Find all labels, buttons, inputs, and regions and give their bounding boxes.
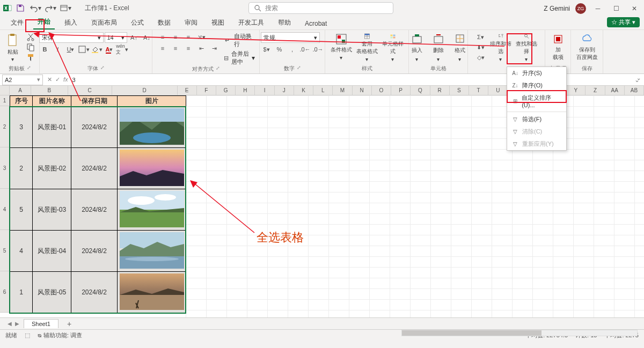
titlebar: ▾ ▾ ▾ 工作簿1 - Excel 搜索 Z Gemini ZG ─ ☐ ✕ [0,0,644,16]
qat-customize-icon[interactable]: ▾ [59,2,72,14]
font-group-label: 字体 [87,65,98,72]
svg-rect-3 [61,5,67,11]
menubar: 文件 开始 插入 页面布局 公式 数据 审阅 视图 开发工具 帮助 Acroba… [0,16,644,30]
svg-rect-36 [556,37,560,41]
close-button[interactable]: ✕ [628,2,641,15]
share-button[interactable]: ☆ 共享 ▾ [607,17,640,27]
search-input[interactable]: 搜索 [248,2,393,14]
clear-filter-icon: ▽ [511,128,519,136]
svg-marker-60 [190,180,197,188]
addins-button[interactable]: 加 载项 [546,32,570,63]
tab-acrobat[interactable]: Acrobat [301,18,331,29]
landscape-thumbnail [120,273,184,310]
svg-line-34 [527,37,529,39]
custom-sort-item[interactable]: ⊞自定义排序(U)... [507,92,566,110]
svg-line-57 [51,35,80,101]
select-all-corner[interactable] [0,86,10,95]
tab-review[interactable]: 审阅 [180,16,202,29]
annotation-arrow [32,30,515,51]
tab-insert[interactable]: 插入 [60,16,82,29]
next-sheet-icon[interactable]: ▶ [15,321,19,327]
clear-filter-item: ▽清除(C) [507,125,566,138]
header-image[interactable]: 图片 [118,96,186,107]
sort-asc-icon: A↓ [511,70,519,77]
svg-marker-56 [33,32,40,38]
macro-record-icon[interactable]: ⬚ [25,332,30,339]
tab-formulas[interactable]: 公式 [127,16,148,29]
sort-asc-item[interactable]: A↓升序(S) [507,67,566,79]
table-row: 2 风景图-02 2024/8/2 [10,148,186,189]
svg-line-59 [194,183,254,233]
number-launcher-icon[interactable]: ⤢ [297,65,301,72]
svg-point-39 [133,132,171,143]
user-avatar[interactable]: ZG [575,3,586,14]
accessibility-status[interactable]: ᴓ 辅助功能: 调查 [38,331,82,339]
svg-point-45 [155,194,176,201]
name-box[interactable]: A2▾ [2,75,43,85]
svg-rect-1 [9,5,11,11]
undo-icon[interactable]: ▾ [29,2,42,14]
horizontal-scrollbar[interactable] [401,330,638,336]
paste-button[interactable]: 粘贴▾ [3,32,23,63]
tab-view[interactable]: 视图 [207,16,229,29]
svg-rect-8 [10,34,14,36]
svg-line-6 [259,9,261,11]
sort-desc-item[interactable]: Z↓降序(O) [507,79,566,92]
tab-page-layout[interactable]: 页面布局 [87,16,121,29]
clipboard-group-label: 剪贴板 [9,65,25,72]
styles-group-label: 样式 [362,65,372,72]
svg-line-55 [38,34,504,46]
row-headers[interactable]: 1 2 3 4 5 6 [0,95,10,313]
landscape-thumbnail [120,150,184,186]
maximize-button[interactable]: ☐ [610,2,623,15]
sheet-tab[interactable]: Sheet1 [24,319,58,328]
clipboard-launcher-icon[interactable]: ⤢ [27,65,31,72]
header-num[interactable]: 序号 [10,96,33,107]
user-name[interactable]: Z Gemini [544,5,570,12]
svg-rect-40 [120,108,184,122]
custom-sort-icon: ⊞ [511,98,518,105]
sort-filter-menu: A↓升序(S) Z↓降序(O) ⊞自定义排序(U)... ▽筛选(F) ▽清除(… [507,66,567,151]
landscape-thumbnail [120,232,184,269]
svg-point-5 [255,5,259,10]
align-launcher-icon[interactable]: ⤢ [216,65,220,73]
save-baidu-button[interactable]: 保存到 百度网盘 [575,32,599,63]
search-icon [253,4,262,12]
svg-rect-15 [92,52,98,53]
landscape-thumbnail [120,108,184,145]
add-sheet-button[interactable]: + [63,320,76,328]
save-icon[interactable] [14,2,27,14]
svg-rect-13 [28,54,33,57]
tab-developer[interactable]: 开发工具 [234,16,268,29]
table-row: 5 风景图-03 2024/8/2 [10,189,186,231]
data-table[interactable]: 序号 图片名称 保存日期 图片 3 风景图-01 2024/8/2 2 风景图-… [10,95,186,313]
status-ready: 就绪 [5,331,17,339]
tab-home[interactable]: 开始 [33,15,55,29]
svg-marker-58 [48,32,55,40]
number-group-label: 数字 [284,65,295,72]
prev-sheet-icon[interactable]: ◀ [8,321,12,327]
format-painter-icon[interactable] [25,53,36,62]
reapply-icon: ▽ [511,140,519,148]
sort-desc-icon: Z↓ [511,82,519,90]
annotation-arrow [190,179,260,238]
ribbon-collapse-icon[interactable]: ⌄ [636,75,641,81]
svg-rect-54 [120,295,184,310]
svg-point-33 [524,34,527,37]
table-row: 4 风景图-04 2024/8/2 [10,231,186,272]
tab-file[interactable]: 文件 [6,16,28,29]
filter-item[interactable]: ▽筛选(F) [507,113,566,125]
clear-icon[interactable]: ◇▾ [475,53,487,62]
align-group-label: 对齐方式 [192,65,214,73]
cells-group-label: 单元格 [430,65,447,72]
find-select-button[interactable]: 查找和选择▾ [515,32,538,63]
annotation-text: 全选表格 [257,229,304,246]
tab-data[interactable]: 数据 [153,16,175,29]
tab-help[interactable]: 帮助 [274,16,295,29]
font-launcher-icon[interactable]: ⤢ [100,65,105,72]
merge-center-button[interactable]: ⊟合并后居中▾ [222,50,255,66]
table-row: 1 风景图-05 2024/8/2 [10,272,186,313]
redo-icon[interactable]: ▾ [44,2,57,14]
landscape-thumbnail [120,191,184,227]
minimize-button[interactable]: ─ [591,2,604,15]
